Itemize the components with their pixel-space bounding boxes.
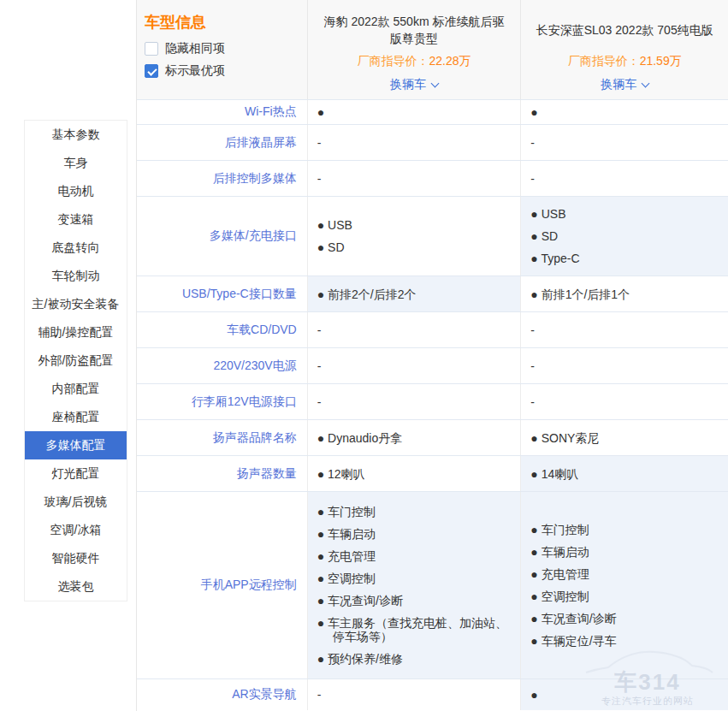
car1-value-cell: ● USB ● SD xyxy=(308,197,522,276)
row-label-link[interactable]: 后排控制多媒体 xyxy=(213,171,297,187)
car2-value-cell: - xyxy=(521,348,728,383)
value-line: ● 车况查询/诊断 xyxy=(317,594,512,607)
value-line: ● 车辆启动 xyxy=(530,545,719,559)
table-row: 手机APP远程控制 ● 车门控制 ● 车辆启动 ● 充电管理 ● 空调控制 ● … xyxy=(137,492,728,679)
sidebar-item-body[interactable]: 车身 xyxy=(25,149,127,177)
car2-name: 长安深蓝SL03 2022款 705纯电版 xyxy=(531,10,719,50)
car1-header: 海豹 2022款 550km 标准续航后驱版尊贵型 厂商指导价：22.28万 换… xyxy=(308,0,522,99)
row-label-link[interactable]: 扬声器数量 xyxy=(237,466,297,482)
sidebar-item-chassis[interactable]: 底盘转向 xyxy=(25,234,127,262)
sidebar-item-smart-hardware[interactable]: 智能硬件 xyxy=(25,544,127,572)
car2-value-cell: - xyxy=(521,312,728,347)
car2-value-cell-best: ● 车门控制 ● 车辆启动 ● 充电管理 ● 空调控制 ● 车况查询/诊断 ● … xyxy=(521,492,728,678)
row-label-link[interactable]: 车载CD/DVD xyxy=(227,323,297,338)
sidebar-item-exterior[interactable]: 外部/防盗配置 xyxy=(25,347,127,375)
car1-value-cell-best: ● 车门控制 ● 车辆启动 ● 充电管理 ● 空调控制 ● 车况查询/诊断 ● … xyxy=(308,492,522,678)
row-label-link[interactable]: 220V/230V电源 xyxy=(213,358,296,374)
car2-change-label: 换辆车 xyxy=(601,77,636,92)
sidebar-item-seats[interactable]: 座椅配置 xyxy=(25,403,127,431)
comparison-header: 车型信息 隐藏相同项 标示最优项 海豹 2022款 550km 标准续航后驱版尊… xyxy=(137,0,728,100)
sidebar-item-safety[interactable]: 主/被动安全装备 xyxy=(25,290,127,318)
sidebar-item-interior[interactable]: 内部配置 xyxy=(25,375,127,403)
value-line: ● 车况查询/诊断 xyxy=(530,612,719,625)
value-line: ● 车门控制 xyxy=(530,523,719,536)
value-line: ● 充电管理 xyxy=(530,567,719,581)
value-line: ● SD xyxy=(530,229,719,243)
car2-change-link[interactable]: 换辆车 xyxy=(601,77,648,92)
value-line: ● 12喇叭 xyxy=(317,467,512,481)
value-line: ● Type-C xyxy=(530,252,719,265)
sidebar-item-lights[interactable]: 灯光配置 xyxy=(25,459,127,488)
car2-price-label: 厂商指导价： xyxy=(568,54,640,68)
car1-value-cell: ● Dynaudio丹拿 xyxy=(308,420,522,455)
value-line: - xyxy=(530,323,719,337)
car2-header: 长安深蓝SL03 2022款 705纯电版 厂商指导价：21.59万 换辆车 xyxy=(521,0,728,99)
table-row: Wi-Fi热点 ● ● xyxy=(137,100,728,125)
page-title: 车型信息 xyxy=(145,12,307,33)
row-label-link[interactable]: 行李厢12V电源接口 xyxy=(192,394,297,410)
hide-same-checkbox[interactable] xyxy=(145,42,158,56)
value-line: ● 车辆启动 xyxy=(317,527,512,541)
car1-value-cell: ● 12喇叭 xyxy=(308,456,522,491)
table-row: 行李厢12V电源接口 - - xyxy=(137,384,728,420)
row-label-link[interactable]: Wi-Fi热点 xyxy=(245,104,297,120)
row-label-link[interactable]: 扬声器品牌名称 xyxy=(213,430,297,446)
value-line: ● 前排1个/后排1个 xyxy=(530,287,719,301)
table-row: USB/Type-C接口数量 ● 前排2个/后排2个 ● 前排1个/后排1个 xyxy=(137,276,728,312)
table-row: 扬声器数量 ● 12喇叭 ● 14喇叭 xyxy=(137,456,728,492)
mark-best-checkbox-row[interactable]: 标示最优项 xyxy=(145,63,307,79)
value-line: - xyxy=(530,359,719,373)
car2-price: 厂商指导价：21.59万 xyxy=(568,54,682,69)
chevron-down-icon xyxy=(642,80,650,88)
row-label-cell: 车载CD/DVD xyxy=(137,312,308,347)
sidebar-item-basic-params[interactable]: 基本参数 xyxy=(25,121,127,149)
value-line: ● xyxy=(317,105,512,119)
table-row: 后排液晶屏幕 - - xyxy=(137,125,728,161)
car2-price-value: 21.59万 xyxy=(640,54,682,68)
value-line: - xyxy=(317,172,512,186)
table-row: 后排控制多媒体 - - xyxy=(137,161,728,197)
car2-value-cell: - xyxy=(521,125,728,160)
car1-price: 厂商指导价：22.28万 xyxy=(358,54,471,69)
car2-value-cell: ● xyxy=(521,100,728,124)
value-line: ● Dynaudio丹拿 xyxy=(317,431,512,445)
row-label-link[interactable]: 多媒体/充电接口 xyxy=(210,228,297,244)
mark-best-checkbox[interactable] xyxy=(145,64,158,78)
sidebar-item-gearbox[interactable]: 变速箱 xyxy=(25,205,127,234)
sidebar-item-option-packages[interactable]: 选装包 xyxy=(25,572,127,601)
row-label-cell: AR实景导航 xyxy=(137,679,308,710)
row-label-cell: 扬声器品牌名称 xyxy=(137,420,308,455)
value-line: - xyxy=(530,136,719,150)
sidebar-item-aircon[interactable]: 空调/冰箱 xyxy=(25,516,127,544)
sidebar-item-assist-control[interactable]: 辅助/操控配置 xyxy=(25,318,127,347)
car2-value-cell: ● SONY索尼 xyxy=(521,420,728,455)
row-label-cell: 后排液晶屏幕 xyxy=(137,125,308,160)
row-label-cell: USB/Type-C接口数量 xyxy=(137,276,308,311)
sidebar-item-motor[interactable]: 电动机 xyxy=(25,177,127,205)
row-label-link[interactable]: USB/Type-C接口数量 xyxy=(182,287,297,302)
row-label-link[interactable]: AR实景导航 xyxy=(232,687,296,702)
sidebar-item-glass-mirrors[interactable]: 玻璃/后视镜 xyxy=(25,488,127,516)
car1-name: 海豹 2022款 550km 标准续航后驱版尊贵型 xyxy=(308,10,521,50)
car1-value-cell-best: ● 前排2个/后排2个 xyxy=(308,276,522,311)
value-line: ● SD xyxy=(317,240,512,254)
hide-same-checkbox-row[interactable]: 隐藏相同项 xyxy=(145,41,307,56)
value-line: ● xyxy=(530,688,719,702)
row-label-cell: 手机APP远程控制 xyxy=(137,492,308,678)
car1-change-label: 换辆车 xyxy=(390,77,426,92)
car1-value-cell: - xyxy=(308,348,522,383)
comparison-panel: 车型信息 隐藏相同项 标示最优项 海豹 2022款 550km 标准续航后驱版尊… xyxy=(136,0,728,711)
sidebar-item-wheel-brake[interactable]: 车轮制动 xyxy=(25,262,127,290)
chevron-down-icon xyxy=(431,80,440,88)
sidebar-item-multimedia[interactable]: 多媒体配置 xyxy=(25,431,127,459)
value-line: - xyxy=(530,172,719,186)
car1-price-label: 厂商指导价： xyxy=(358,54,429,68)
value-line: ● xyxy=(530,105,719,119)
value-line: - xyxy=(317,136,512,150)
car2-value-cell: - xyxy=(521,384,728,419)
row-label-link[interactable]: 手机APP远程控制 xyxy=(201,578,297,593)
car1-change-link[interactable]: 换辆车 xyxy=(390,77,438,92)
table-row: AR实景导航 - ● xyxy=(137,679,728,710)
row-label-link[interactable]: 后排液晶屏幕 xyxy=(225,135,297,151)
value-line: - xyxy=(317,359,512,373)
